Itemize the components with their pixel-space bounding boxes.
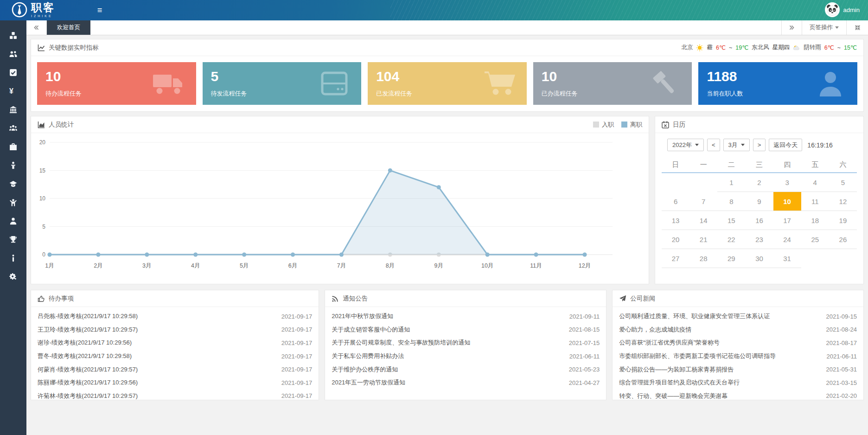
list-item-text[interactable]: 谢珍-绩效考核(2021/9/17 10:29:56): [38, 339, 273, 347]
calendar-day-7[interactable]: 7: [689, 192, 717, 211]
list-item-text[interactable]: 2021年中秋节放假通知: [332, 312, 561, 320]
sidebar-item-bank[interactable]: [0, 100, 26, 119]
list-item-text[interactable]: 陈丽娜-绩效考核(2021/9/17 10:29:56): [38, 378, 273, 387]
sidebar-item-team[interactable]: [0, 45, 26, 63]
list-item-date: 2021-02-20: [826, 392, 857, 399]
list-item-text[interactable]: 关于成立销管客服中心的通知: [332, 326, 561, 334]
tabs-scroll-left-icon[interactable]: [26, 20, 47, 35]
sidebar-item-salary[interactable]: ¥: [0, 82, 26, 100]
calendar-day-17[interactable]: 17: [773, 211, 801, 230]
calendar-day-19[interactable]: 19: [829, 211, 857, 230]
tab-operations-dropdown[interactable]: 页签操作: [802, 20, 847, 35]
menu-toggle-icon[interactable]: ≡: [93, 5, 107, 16]
list-item-date: 2021-09-17: [281, 353, 313, 360]
list-item-text[interactable]: 吕尧栋-绩效考核(2021/9/17 10:29:58): [38, 312, 273, 320]
list-item-text[interactable]: 王卫玲-绩效考核(2021/9/17 10:29:57): [38, 326, 273, 334]
list-item-text[interactable]: 公司顺利通过质量、环境、职业健康安全管理三体系认证: [619, 312, 817, 320]
list-item-text[interactable]: 何蒙肖-绩效考核(2021/9/17 10:29:57): [38, 365, 273, 374]
kpi-card-3[interactable]: 104已发流程任务: [368, 62, 527, 105]
calendar-day-28[interactable]: 28: [689, 249, 717, 268]
sidebar-item-education[interactable]: [0, 174, 26, 193]
notice-title: 通知公告: [343, 294, 368, 303]
calendar-day-4[interactable]: 4: [801, 173, 829, 192]
next-month-button[interactable]: >: [753, 139, 766, 151]
list-item: 关于维护办公秩序的通知2021-05-23: [332, 363, 600, 376]
list-item-text[interactable]: 转变、行动、突破——迎新晚会完美谢幕: [619, 392, 817, 400]
calendar-day-26[interactable]: 26: [829, 230, 857, 249]
list-item-text[interactable]: 2021年五一劳动节放假通知: [332, 378, 561, 387]
news-list: 公司顺利通过质量、环境、职业健康安全管理三体系认证2021-09-15爱心助力，…: [613, 307, 863, 400]
kpi-card-2[interactable]: 5待发流程任务: [203, 62, 362, 105]
calendar-day-20[interactable]: 20: [662, 230, 689, 249]
sidebar-item-group[interactable]: [0, 119, 26, 137]
calendar-day-6[interactable]: 6: [662, 192, 689, 211]
year-select[interactable]: 2022年: [667, 139, 704, 151]
user-avatar[interactable]: [825, 2, 840, 17]
calendar-day-29[interactable]: 29: [717, 249, 745, 268]
list-item-text[interactable]: 爱心捐款公告——为装卸工杨家青募捐报告: [619, 365, 817, 374]
calendar-day-14[interactable]: 14: [689, 211, 717, 230]
username[interactable]: admin: [843, 6, 860, 13]
today-button[interactable]: 返回今天: [769, 139, 802, 151]
sidebar-item-activity[interactable]: [0, 193, 26, 211]
calendar-day-1[interactable]: 1: [717, 173, 745, 192]
weather-cond-today: 霾: [707, 44, 713, 51]
calendar-day-27[interactable]: 27: [662, 249, 689, 268]
calendar-day-31[interactable]: 31: [773, 249, 801, 268]
sidebar-item-info[interactable]: [0, 249, 26, 267]
kpi-card-4[interactable]: 10已办流程任务: [533, 62, 692, 105]
kpi-card-5[interactable]: 1188当前在职人数: [698, 62, 857, 105]
user-menu[interactable]: admin: [825, 2, 860, 17]
sidebar-item-cubes[interactable]: [0, 26, 26, 45]
list-item-text[interactable]: 综合管理提升项目签约及启动仪式在天台举行: [619, 378, 817, 387]
kpi-card-1[interactable]: 10待办流程任务: [37, 62, 196, 105]
calendar-day-30[interactable]: 30: [745, 249, 773, 268]
calendar-day-11[interactable]: 11: [801, 192, 829, 211]
sidebar-item-trophy[interactable]: [0, 230, 26, 249]
sidebar-item-approve[interactable]: [0, 63, 26, 82]
legend-item-离职[interactable]: 离职: [621, 121, 642, 129]
list-item-text[interactable]: 公司喜获“浙江省优秀供应商”荣誉称号: [619, 339, 817, 347]
todo-title: 待办事项: [49, 294, 74, 303]
list-item-text[interactable]: 市委组织部副部长、市委两新工委项书记莅临公司调研指导: [619, 352, 818, 360]
list-item-text[interactable]: 关于开展公司规章制度、安全与事故预防培训的通知: [332, 339, 561, 347]
calendar-day-25[interactable]: 25: [801, 230, 829, 249]
calendar-day-22[interactable]: 22: [717, 230, 745, 249]
fullscreen-toggle-icon[interactable]: [847, 20, 868, 35]
month-select[interactable]: 3月: [723, 139, 750, 151]
calendar-day-12[interactable]: 12: [829, 192, 857, 211]
calendar-day-21[interactable]: 21: [689, 230, 717, 249]
list-item-text[interactable]: 许菊林-绩效考核(2021/9/17 10:29:57): [38, 392, 273, 400]
chevron-down-icon: [835, 26, 839, 29]
list-item-text[interactable]: 关于私车公用费用补贴办法: [332, 352, 561, 360]
calendar-day-23[interactable]: 23: [745, 230, 773, 249]
legend-item-入职[interactable]: 入职: [593, 121, 614, 129]
calendar-day-9[interactable]: 9: [745, 192, 773, 211]
calendar-day-5[interactable]: 5: [829, 173, 857, 192]
calendar-day-10[interactable]: 10: [773, 192, 801, 211]
calendar-day-8[interactable]: 8: [717, 192, 745, 211]
sidebar-item-settings[interactable]: [0, 267, 26, 286]
calendar-day-3[interactable]: 3: [773, 173, 801, 192]
list-item-text[interactable]: 关于维护办公秩序的通知: [332, 365, 561, 374]
prev-month-button[interactable]: <: [707, 139, 720, 151]
sidebar-item-user[interactable]: [0, 211, 26, 230]
list-item-text[interactable]: 爱心助力，众志成城抗疫情: [619, 326, 817, 334]
list-item-text[interactable]: 曹冬-绩效考核(2021/9/17 10:29:58): [38, 352, 273, 360]
weather-wind: 东北风: [752, 44, 769, 51]
list-item: 陈丽娜-绩效考核(2021/9/17 10:29:56)2021-09-17: [38, 376, 312, 390]
cubes-icon: [9, 32, 17, 39]
sidebar-item-briefcase[interactable]: [0, 137, 26, 156]
calendar-day-2[interactable]: 2: [745, 173, 773, 192]
calendar-day-18[interactable]: 18: [801, 211, 829, 230]
calendar-day-24[interactable]: 24: [773, 230, 801, 249]
calendar-day-13[interactable]: 13: [662, 211, 689, 230]
calendar-controls: 2022年 < 3月 > 返回今天 16:19:16: [655, 133, 863, 156]
calendar-day-15[interactable]: 15: [717, 211, 745, 230]
sidebar-item-lecture[interactable]: [0, 156, 26, 174]
tab-home[interactable]: 欢迎首页: [47, 20, 90, 35]
user-icon: [9, 217, 17, 225]
tabs-scroll-right-icon[interactable]: [781, 20, 802, 35]
list-item-date: 2021-09-17: [281, 326, 313, 333]
calendar-day-16[interactable]: 16: [745, 211, 773, 230]
